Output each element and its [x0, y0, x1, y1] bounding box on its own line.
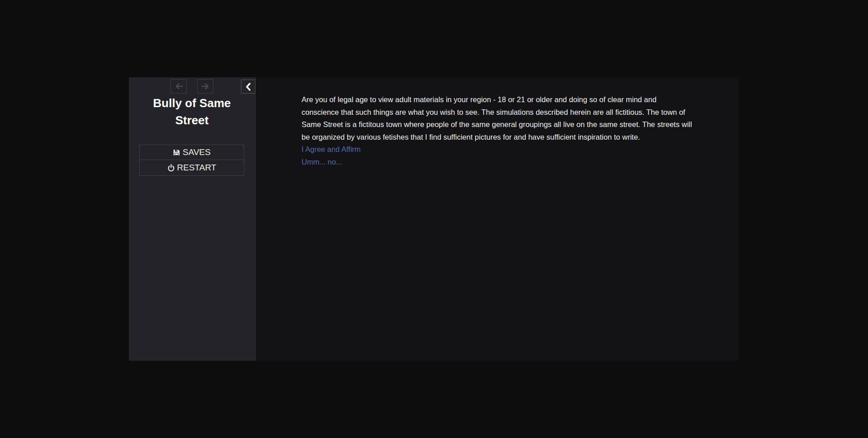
restart-label: RESTART — [177, 163, 217, 173]
arrow-right-icon — [201, 83, 210, 90]
sidebar-collapse-toggle[interactable] — [241, 80, 255, 94]
power-icon — [167, 164, 175, 172]
arrow-left-icon — [175, 83, 183, 90]
decline-link[interactable]: Umm... no... — [302, 156, 693, 169]
passage-paragraph: Are you of legal age to view adult mater… — [302, 94, 693, 143]
passage-area: Are you of legal age to view adult mater… — [255, 77, 739, 361]
saves-label: SAVES — [183, 147, 211, 157]
floppy-disk-icon — [173, 149, 180, 156]
restart-button[interactable]: RESTART — [139, 160, 244, 176]
passage: Are you of legal age to view adult mater… — [302, 94, 693, 168]
story-title: Bully of Same Street — [129, 94, 255, 129]
game-window: Bully of Same Street SAVES — [129, 77, 739, 361]
saves-button[interactable]: SAVES — [139, 145, 244, 160]
history-forward-button[interactable] — [197, 79, 213, 94]
chevron-left-icon — [245, 82, 251, 91]
sidebar: Bully of Same Street SAVES — [129, 77, 255, 361]
sidebar-menu: SAVES RESTART — [139, 145, 244, 176]
history-back-button[interactable] — [170, 79, 187, 94]
agree-link[interactable]: I Agree and Affirm — [302, 143, 693, 156]
